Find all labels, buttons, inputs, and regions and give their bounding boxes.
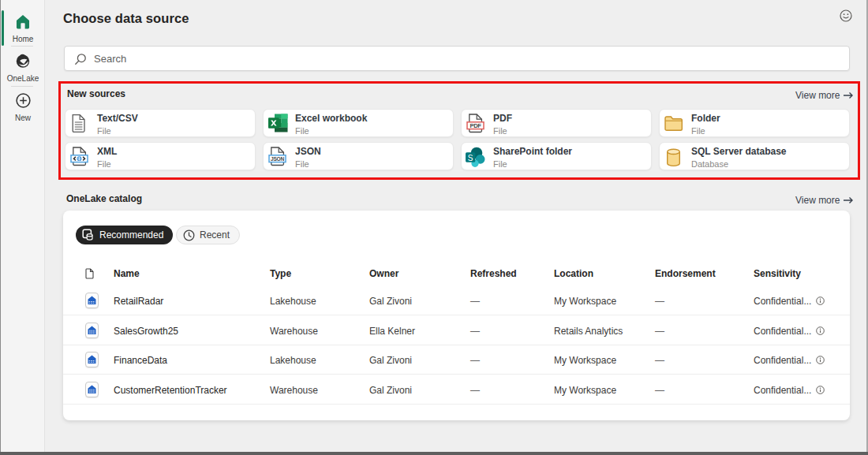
svg-text:PDF: PDF xyxy=(470,122,481,129)
svg-text:S: S xyxy=(468,154,473,162)
svg-text:JSON: JSON xyxy=(271,156,284,162)
